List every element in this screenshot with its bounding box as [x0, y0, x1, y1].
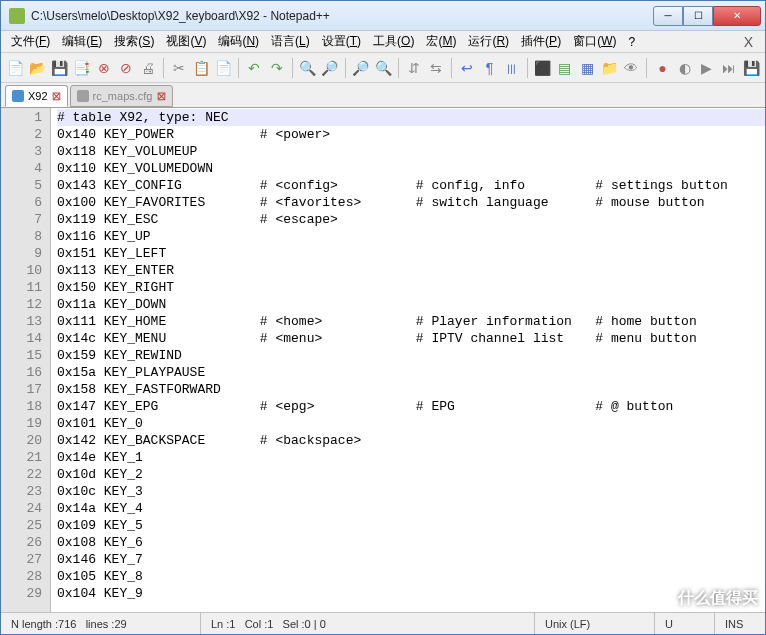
code-line[interactable]: 0x113 KEY_ENTER: [57, 262, 765, 279]
line-number[interactable]: 28: [1, 568, 42, 585]
line-number[interactable]: 12: [1, 296, 42, 313]
line-number[interactable]: 20: [1, 432, 42, 449]
code-line[interactable]: 0x10d KEY_2: [57, 466, 765, 483]
monitor-icon[interactable]: 👁: [621, 57, 641, 79]
line-number[interactable]: 27: [1, 551, 42, 568]
sync-v-icon[interactable]: ⇵: [404, 57, 424, 79]
code-line[interactable]: 0x101 KEY_0: [57, 415, 765, 432]
cut-icon[interactable]: ✂: [169, 57, 189, 79]
code-line[interactable]: 0x15a KEY_PLAYPAUSE: [57, 364, 765, 381]
line-number-gutter[interactable]: 1234567891011121314151617181920212223242…: [1, 108, 51, 612]
menu-r[interactable]: 运行(R): [462, 31, 515, 52]
close-button[interactable]: ✕: [713, 6, 761, 26]
code-editor[interactable]: # table X92, type: NEC0x140 KEY_POWER # …: [51, 108, 765, 612]
play-icon[interactable]: ▶: [697, 57, 717, 79]
close-file-icon[interactable]: ⊗: [94, 57, 114, 79]
line-number[interactable]: 9: [1, 245, 42, 262]
code-line[interactable]: 0x14a KEY_4: [57, 500, 765, 517]
zoom-in-icon[interactable]: 🔎: [351, 57, 371, 79]
line-number[interactable]: 21: [1, 449, 42, 466]
line-number[interactable]: 14: [1, 330, 42, 347]
code-line[interactable]: # table X92, type: NEC: [57, 109, 765, 126]
menu-e[interactable]: 编辑(E): [56, 31, 108, 52]
line-number[interactable]: 5: [1, 177, 42, 194]
save-icon[interactable]: 💾: [49, 57, 69, 79]
code-line[interactable]: 0x105 KEY_8: [57, 568, 765, 585]
code-line[interactable]: 0x151 KEY_LEFT: [57, 245, 765, 262]
zoom-out-icon[interactable]: 🔍: [373, 57, 393, 79]
line-number[interactable]: 22: [1, 466, 42, 483]
line-number[interactable]: 29: [1, 585, 42, 602]
code-line[interactable]: 0x110 KEY_VOLUMEDOWN: [57, 160, 765, 177]
tab-rc_maps-cfg[interactable]: rc_maps.cfg☒: [70, 85, 173, 107]
line-number[interactable]: 11: [1, 279, 42, 296]
line-number[interactable]: 19: [1, 415, 42, 432]
line-number[interactable]: 23: [1, 483, 42, 500]
code-line[interactable]: 0x118 KEY_VOLUMEUP: [57, 143, 765, 160]
code-line[interactable]: 0x150 KEY_RIGHT: [57, 279, 765, 296]
code-line[interactable]: 0x10c KEY_3: [57, 483, 765, 500]
stop-icon[interactable]: ◐: [674, 57, 694, 79]
code-line[interactable]: 0x119 KEY_ESC # <escape>: [57, 211, 765, 228]
line-number[interactable]: 26: [1, 534, 42, 551]
line-number[interactable]: 10: [1, 262, 42, 279]
indent-guide-icon[interactable]: ⫼: [502, 57, 522, 79]
lang-icon[interactable]: ⬛: [533, 57, 553, 79]
paste-icon[interactable]: 📄: [213, 57, 233, 79]
code-line[interactable]: 0x104 KEY_9: [57, 585, 765, 602]
code-line[interactable]: 0x143 KEY_CONFIG # <config> # config, in…: [57, 177, 765, 194]
code-line[interactable]: 0x14c KEY_MENU # <menu> # IPTV channel l…: [57, 330, 765, 347]
menu-n[interactable]: 编码(N): [212, 31, 265, 52]
code-line[interactable]: 0x146 KEY_7: [57, 551, 765, 568]
find-icon[interactable]: 🔍: [298, 57, 318, 79]
line-number[interactable]: 16: [1, 364, 42, 381]
menu-m[interactable]: 宏(M): [420, 31, 462, 52]
menubar-close-icon[interactable]: X: [736, 34, 761, 50]
line-number[interactable]: 3: [1, 143, 42, 160]
save-macro-icon[interactable]: 💾: [741, 57, 761, 79]
copy-icon[interactable]: 📋: [191, 57, 211, 79]
wrap-icon[interactable]: ↩: [457, 57, 477, 79]
minimize-button[interactable]: ─: [653, 6, 683, 26]
code-line[interactable]: 0x159 KEY_REWIND: [57, 347, 765, 364]
menu-s[interactable]: 搜索(S): [108, 31, 160, 52]
open-icon[interactable]: 📂: [27, 57, 47, 79]
line-number[interactable]: 15: [1, 347, 42, 364]
line-number[interactable]: 1: [1, 109, 42, 126]
menu-p[interactable]: 插件(P): [515, 31, 567, 52]
line-number[interactable]: 2: [1, 126, 42, 143]
line-number[interactable]: 17: [1, 381, 42, 398]
code-line[interactable]: 0x100 KEY_FAVORITES # <favorites> # swit…: [57, 194, 765, 211]
line-number[interactable]: 6: [1, 194, 42, 211]
menu-t[interactable]: 设置(T): [316, 31, 367, 52]
record-icon[interactable]: ●: [652, 57, 672, 79]
menu-f[interactable]: 文件(F): [5, 31, 56, 52]
line-number[interactable]: 24: [1, 500, 42, 517]
line-number[interactable]: 18: [1, 398, 42, 415]
code-line[interactable]: 0x142 KEY_BACKSPACE # <backspace>: [57, 432, 765, 449]
code-line[interactable]: 0x11a KEY_DOWN: [57, 296, 765, 313]
save-all-icon[interactable]: 📑: [71, 57, 91, 79]
all-chars-icon[interactable]: ¶: [479, 57, 499, 79]
replace-icon[interactable]: 🔎: [320, 57, 340, 79]
undo-icon[interactable]: ↶: [244, 57, 264, 79]
line-number[interactable]: 13: [1, 313, 42, 330]
tab-close-icon[interactable]: ☒: [52, 91, 61, 102]
line-number[interactable]: 7: [1, 211, 42, 228]
titlebar[interactable]: C:\Users\melo\Desktop\X92_keyboard\X92 -…: [1, 1, 765, 31]
line-number[interactable]: 4: [1, 160, 42, 177]
code-line[interactable]: 0x147 KEY_EPG # <epg> # EPG # @ button: [57, 398, 765, 415]
menu-o[interactable]: 工具(O): [367, 31, 420, 52]
code-line[interactable]: 0x116 KEY_UP: [57, 228, 765, 245]
menu-v[interactable]: 视图(V): [160, 31, 212, 52]
code-line[interactable]: 0x14e KEY_1: [57, 449, 765, 466]
code-line[interactable]: 0x140 KEY_POWER # <power>: [57, 126, 765, 143]
code-line[interactable]: 0x158 KEY_FASTFORWARD: [57, 381, 765, 398]
line-number[interactable]: 8: [1, 228, 42, 245]
code-line[interactable]: 0x111 KEY_HOME # <home> # Player informa…: [57, 313, 765, 330]
play-multi-icon[interactable]: ⏭: [719, 57, 739, 79]
new-icon[interactable]: 📄: [5, 57, 25, 79]
print-icon[interactable]: 🖨: [138, 57, 158, 79]
func-list-icon[interactable]: ▦: [577, 57, 597, 79]
doc-map-icon[interactable]: ▤: [555, 57, 575, 79]
